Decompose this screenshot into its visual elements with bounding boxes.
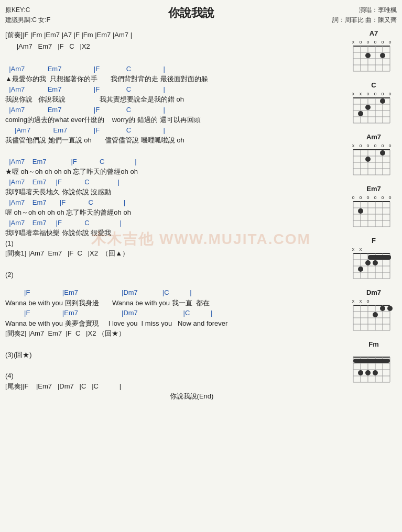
chorus-lyric-4: 我哼唱著幸福快樂 你說你說 很愛我 [5,228,346,238]
svg-point-93 [358,267,363,272]
chord-name-em7: Em7 [351,185,397,193]
lyric-row-3: coming的過去的what ever什麼的 worry的 錯過的 還可以再回頭 [5,115,346,125]
svg-point-125 [373,370,378,375]
svg-text:o: o [388,91,391,96]
chord-name-fm: Fm [351,340,397,348]
chord-svg-em7: o o o o o o [351,194,393,231]
svg-point-36 [358,111,363,116]
s2-lyric-1: Wanna be with you 回到我身邊 Wanna be with yo… [5,298,346,308]
svg-text:o: o [366,195,369,200]
chord-name-dm7: Dm7 [351,289,397,296]
chord-name-c: C [351,81,397,89]
svg-text:o: o [359,143,362,148]
svg-point-123 [358,370,363,375]
svg-point-57 [380,150,385,156]
section4: (4) [尾奏]|F |Em7 |Dm7 |C |C | 你說我說(End) [5,371,346,402]
svg-text:x: x [352,39,355,45]
svg-text:x: x [360,298,362,304]
svg-text:x: x [360,247,362,252]
interlude2-line: [間奏2] |Am7 Em7 |F C |X2 （回★） [5,328,346,339]
chorus-chord-2: |Am7 Em7 |F C | [5,177,346,187]
label-4: (4) [5,371,346,381]
svg-text:o: o [381,143,384,148]
content-area: [前奏]|F |Fm |Em7 |A7 |F |Fm |Em7 |Am7 | |… [5,29,397,404]
main-content: [前奏]|F |Fm |Em7 |A7 |F |Fm |Em7 |Am7 | |… [5,29,346,404]
section2: (2) |F |Em7 |Dm7 |C | Wanna be with you … [5,270,346,339]
key-info: 原KEY:C [5,5,50,15]
intro-section: [前奏]|F |Fm |Em7 |A7 |F |Fm |Em7 |Am7 | |… [5,29,346,52]
chorus-lyric-1: ★喔 oh～oh oh oh oh 忘了昨天的曾經oh oh [5,167,346,177]
svg-text:x: x [352,91,355,96]
chorus-chord-3: |Am7 Em7 |F C | [5,197,346,208]
svg-rect-90 [368,255,391,260]
svg-text:o: o [374,195,376,200]
outro-line: [尾奏]|F |Em7 |Dm7 |C |C | [5,381,346,392]
singer: 演唱：李唯楓 [332,5,397,15]
chord-diagrams: A7 x o o o o o [351,29,397,404]
chord-svg-fm [351,349,393,387]
svg-text:o: o [374,143,376,148]
intro-line2: |Am7 Em7 |F C |X2 [5,41,346,52]
chord-name-am7: Am7 [351,133,397,141]
svg-text:o: o [374,91,376,96]
chord-svg-f: x x [351,246,393,283]
header-left: 原KEY:C 建議男調:C 女:F [5,5,50,25]
svg-point-108 [373,312,378,317]
s2-lyric-2: Wanna be with you 美夢會實現 I love you I mis… [5,318,346,329]
chord-diagram-am7: Am7 x o o o o o [351,133,397,180]
chord-name-f: F [351,237,397,245]
suggestion: 建議男調:C 女:F [5,15,50,25]
svg-rect-122 [353,359,390,363]
svg-point-91 [365,260,371,265]
chord-svg-am7: x o o o o o [351,142,393,180]
chord-row-3: |Am7 Em7 |F C | [5,105,346,115]
svg-text:o: o [366,298,369,304]
chord-diagram-f: F x x [351,237,397,283]
chord-name-a7: A7 [351,29,397,37]
svg-text:o: o [359,195,362,200]
chord-row-1: |Am7 Em7 |F C | [5,64,346,74]
chorus-lyric-2: 我哼唱著天長地久 你說你說 沒感動 [5,187,346,197]
chord-diagram-c: C x x o o o o [351,81,397,128]
chorus-lyric-3: 喔 oh～oh oh oh oh 忘了昨天的曾經oh oh [5,207,346,218]
lyric-row-1: ▲最愛你的我 只想握著你的手 我們背對背的走 最後面對面的躲 [5,74,346,84]
svg-text:o: o [388,195,391,200]
chord-svg-c: x x o o o o [351,90,393,128]
svg-text:o: o [381,91,384,96]
chord-diagram-fm: Fm [351,340,397,387]
section3: (3)(回★) [5,350,346,360]
svg-point-56 [365,157,371,162]
intro-line1: [前奏]|F |Fm |Em7 |A7 |F |Fm |Em7 |Am7 | [5,29,346,41]
intro-chords1: |F |Fm |Em7 |A7 |F |Fm |Em7 |Am7 | [23,31,132,39]
chord-svg-a7: x o o o o o [351,38,393,76]
intro-label: [前奏] [5,31,23,39]
label-2: (2) [5,270,346,280]
header-right: 演唱：李唯楓 詞：周菲比 曲：陳又齊 [332,5,397,25]
chord-row-4: |Am7 Em7 |F C | [5,125,346,136]
svg-text:x: x [352,247,355,252]
svg-text:o: o [388,143,391,148]
lyric-row-4: 我儘管他們說 她們一直說 oh 儘管儘管說 嘰哩呱啦說 oh [5,135,346,146]
s2-chord-1: |F |Em7 |Dm7 |C | [5,287,346,298]
svg-text:o: o [381,39,384,45]
svg-text:o: o [381,195,384,200]
chorus-section: |Am7 Em7 |F C | ★喔 oh～oh oh oh oh 忘了昨天的曾… [5,157,346,259]
intro-chords2: |Am7 Em7 |F C |X2 [5,42,90,50]
svg-point-110 [387,306,393,311]
page: 原KEY:C 建議男調:C 女:F 你說我說 演唱：李唯楓 詞：周菲比 曲：陳又… [0,0,402,532]
s2-chord-2: |F |Em7 |Dm7 |C | [5,308,346,318]
chord-diagram-a7: A7 x o o o o o [351,29,397,76]
chord-diagram-em7: Em7 o o o o o o [351,185,397,231]
lyricist: 詞：周菲比 曲：陳又齊 [332,15,397,25]
chord-diagram-dm7: Dm7 x x o [351,289,397,335]
song-title: 你說我說 [50,5,332,21]
interlude1-line: [間奏1] |Am7 Em7 |F C |X2 （回▲） [5,248,346,259]
svg-text:x: x [352,298,355,304]
chord-row-2: |Am7 Em7 |F C | [5,84,346,95]
svg-text:o: o [366,39,369,45]
outro-lyric: 你說我說(End) [5,391,346,402]
svg-text:x: x [360,91,362,96]
chord-svg-dm7: x x o [351,297,393,335]
svg-text:o: o [359,39,362,45]
svg-point-17 [365,53,371,58]
